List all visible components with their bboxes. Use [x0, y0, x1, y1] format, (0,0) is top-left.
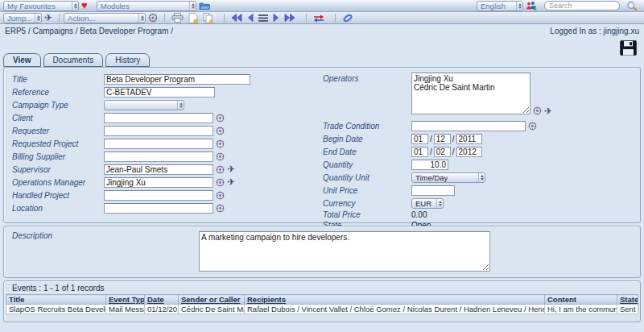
reference-label: Reference [9, 88, 104, 97]
trade-condition-label: Trade Condition [320, 122, 411, 131]
event-row[interactable]: SlapOS Recruits Beta Developers Mail Mes… [6, 305, 638, 314]
billing-supplier-input[interactable] [104, 151, 213, 162]
client-relation-wheel-icon[interactable] [216, 114, 225, 122]
refresh-wheel-icon[interactable] [148, 13, 158, 23]
tab-documents[interactable]: Documents [43, 53, 104, 67]
modules-select[interactable]: Modules [97, 1, 196, 11]
event-date-cell: 01/12/2011 [145, 305, 179, 314]
supervisor-label: Supervisor [9, 165, 104, 174]
end-date-day-input[interactable] [411, 147, 428, 157]
currency-select[interactable]: EUR [411, 198, 444, 209]
events-col-content: Content [545, 295, 617, 305]
last-page-icon[interactable] [284, 14, 295, 22]
select-spinner [177, 101, 183, 110]
requester-input[interactable] [104, 126, 213, 136]
end-date-year-input[interactable] [456, 147, 482, 157]
supervisor-relation-wheel-icon[interactable] [216, 165, 225, 174]
attachment-paperclip-icon[interactable] [342, 13, 353, 23]
search-input[interactable] [544, 1, 620, 10]
date-separator: / [430, 135, 432, 143]
breadcrumb[interactable]: ERP5 / Campaigns / Beta Developer Progra… [5, 27, 173, 35]
title-label: Title [9, 75, 104, 84]
breadcrumb-bar: ERP5 / Campaigns / Beta Developer Progra… [0, 25, 644, 36]
toolbar-top: My Favourites ♥ Modules English [0, 0, 644, 12]
previous-page-icon[interactable] [247, 14, 254, 22]
jump-airplane-icon[interactable]: ✈ [44, 13, 52, 23]
language-select[interactable]: English [477, 1, 523, 11]
print-icon[interactable] [171, 13, 184, 23]
list-mode-icon[interactable] [258, 15, 268, 22]
events-col-recipients[interactable]: Recipients [245, 295, 545, 305]
field-client: Client [9, 111, 320, 124]
event-sender-cell: Cédric De Saint Martin [179, 305, 245, 314]
action-select[interactable]: Action... [64, 13, 146, 23]
next-page-icon[interactable] [273, 14, 279, 22]
sort-exchange-icon[interactable] [313, 14, 324, 23]
begin-date-year-input[interactable] [456, 134, 482, 144]
handled-project-relation-wheel-icon[interactable] [216, 191, 225, 200]
new-document-icon[interactable] [188, 13, 198, 23]
events-col-sender[interactable]: Sender or Caller [179, 295, 245, 305]
requester-relation-wheel-icon[interactable] [216, 127, 225, 135]
tab-history[interactable]: History [105, 53, 150, 67]
jump-select[interactable]: Jump... [3, 13, 42, 23]
select-spinner [478, 173, 484, 182]
campaign-type-select[interactable] [104, 100, 184, 110]
select-spinner [436, 199, 442, 208]
field-end-date: End Date / / [320, 145, 635, 158]
events-col-event-type[interactable]: Event Type [106, 295, 145, 305]
quantity-label: Quantity [320, 160, 411, 169]
action-select-label: Action... [68, 14, 95, 23]
billing-supplier-relation-wheel-icon[interactable] [216, 152, 225, 161]
copy-icon[interactable] [203, 13, 213, 23]
handled-project-input[interactable] [104, 190, 213, 201]
reference-input[interactable] [104, 87, 215, 98]
requester-label: Requester [9, 127, 104, 135]
client-input[interactable] [104, 113, 213, 123]
location-input[interactable] [104, 203, 213, 214]
events-col-state[interactable]: State [617, 295, 638, 305]
tab-view[interactable]: View [3, 53, 41, 67]
begin-date-month-input[interactable] [434, 134, 451, 144]
operators-textarea[interactable]: Jingjing Xu Cédric De Saint Martin [411, 73, 530, 114]
total-price-label: Total Price [320, 210, 411, 219]
operations-manager-input[interactable] [104, 177, 213, 188]
supervisor-jump-airplane-icon[interactable]: ✈ [227, 164, 235, 174]
supervisor-input[interactable] [104, 164, 213, 175]
user-group-icon[interactable] [526, 1, 537, 10]
operations-manager-jump-airplane-icon[interactable]: ✈ [227, 177, 235, 187]
field-begin-date: Begin Date / / [320, 132, 635, 145]
select-spinner [189, 2, 195, 10]
events-col-date[interactable]: Date [145, 295, 179, 305]
begin-date-day-input[interactable] [411, 134, 428, 144]
trade-condition-relation-wheel-icon[interactable] [528, 122, 537, 131]
trade-condition-input[interactable] [411, 121, 526, 131]
select-spinner [516, 2, 522, 10]
field-quantity-unit: Quantity Unit Time/Day [320, 171, 635, 184]
module-folder-icon[interactable] [199, 2, 210, 10]
operators-relation-wheel-icon[interactable] [533, 106, 542, 116]
save-icon[interactable] [620, 40, 637, 59]
unit-price-label: Unit Price [320, 186, 411, 195]
quantity-unit-select[interactable]: Time/Day [411, 172, 485, 183]
quantity-input[interactable] [411, 160, 448, 170]
favourite-heart-icon[interactable]: ♥ [81, 1, 88, 10]
operations-manager-relation-wheel-icon[interactable] [216, 178, 225, 187]
requested-project-input[interactable] [104, 139, 213, 149]
campaign-form-panel: Title Reference Campaign Type Client [3, 67, 641, 223]
requested-project-relation-wheel-icon[interactable] [216, 139, 225, 148]
end-date-month-input[interactable] [434, 147, 451, 157]
total-price-value: 0.00 [411, 210, 427, 219]
title-input[interactable] [104, 74, 250, 85]
select-spinner [35, 14, 40, 23]
operators-jump-airplane-icon[interactable]: ✈ [544, 106, 552, 116]
description-textarea[interactable]: A marketing campaign to hire developers. [199, 231, 490, 272]
search-icon[interactable] [626, 1, 638, 11]
favourites-select[interactable]: My Favourites [3, 1, 79, 11]
client-label: Client [9, 114, 104, 122]
field-requester: Requester [9, 124, 320, 137]
unit-price-input[interactable] [411, 185, 455, 196]
location-relation-wheel-icon[interactable] [216, 204, 225, 213]
requested-project-label: Requested Project [9, 139, 104, 148]
first-page-icon[interactable] [231, 14, 242, 22]
